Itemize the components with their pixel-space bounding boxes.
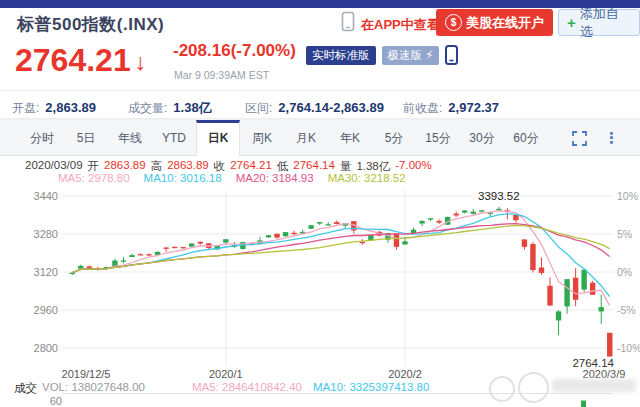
candlestick-chart[interactable]: 344010%32805%31200%2960-5%2800-10%2019/1… bbox=[0, 0, 640, 407]
volume-panel-label: 成交 bbox=[14, 381, 37, 396]
svg-text:2764.14: 2764.14 bbox=[572, 357, 614, 369]
svg-text:2800: 2800 bbox=[34, 342, 58, 354]
svg-text:-10%: -10% bbox=[617, 342, 640, 354]
watermark-face-icon bbox=[489, 376, 515, 402]
svg-text:60: 60 bbox=[50, 395, 62, 407]
svg-text:0%: 0% bbox=[617, 266, 632, 278]
svg-text:2019/12/5: 2019/12/5 bbox=[62, 368, 111, 380]
svg-text:3120: 3120 bbox=[34, 266, 58, 278]
svg-text:10%: 10% bbox=[617, 190, 638, 202]
svg-text:2020/1: 2020/1 bbox=[209, 368, 243, 380]
svg-text:2020/2: 2020/2 bbox=[388, 368, 422, 380]
ma-lines bbox=[72, 211, 609, 306]
svg-text:-5%: -5% bbox=[617, 304, 636, 316]
svg-text:3440: 3440 bbox=[34, 190, 58, 202]
volume-ma10: MA10: 3325397413.80 bbox=[313, 381, 429, 393]
annotations: 3393.522764.14 bbox=[478, 190, 615, 369]
volume-bar bbox=[581, 401, 586, 407]
svg-text:5%: 5% bbox=[617, 228, 632, 240]
quote-page: 标普500指数(.INX) 在APP中查看 $ 美股在线开户 + 添加自选 27… bbox=[0, 0, 640, 407]
volume-ma5: MA5: 2846410842.40 bbox=[192, 381, 302, 393]
volume-value: VOL: 138027648.00 bbox=[42, 381, 145, 393]
watermark-face-icon bbox=[518, 372, 549, 403]
watermark-text bbox=[552, 379, 636, 392]
svg-text:3393.52: 3393.52 bbox=[478, 190, 520, 202]
svg-text:3280: 3280 bbox=[34, 228, 58, 240]
svg-text:2960: 2960 bbox=[34, 304, 58, 316]
